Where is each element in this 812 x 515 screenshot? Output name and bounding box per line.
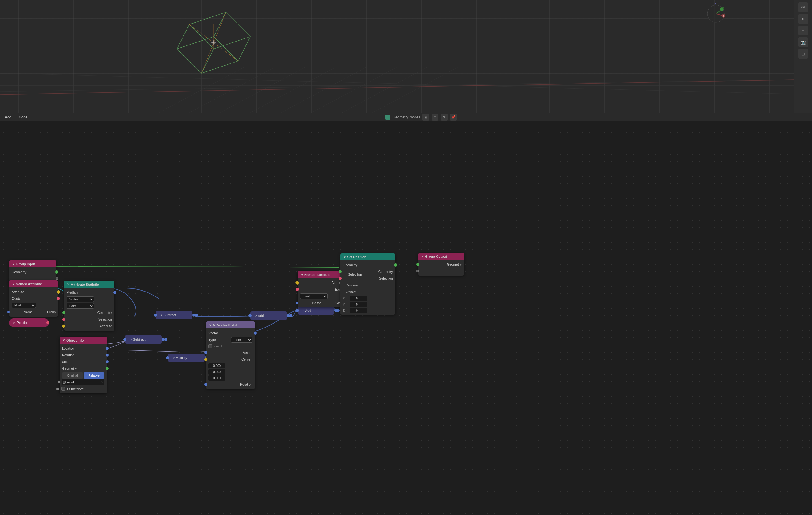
- collapse-icon-4[interactable]: ∨: [301, 273, 303, 277]
- exists-out-socket[interactable]: [57, 297, 60, 300]
- navigation-gizmo[interactable]: Y X Z Y X: [705, 3, 727, 24]
- position-node[interactable]: > Position: [9, 318, 49, 327]
- hook-tag: Hook ✕: [62, 379, 105, 385]
- svg-text:Z: Z: [715, 3, 716, 5]
- sp-z-input[interactable]: [350, 308, 367, 313]
- go-collapse[interactable]: ∨: [421, 254, 424, 258]
- 3d-viewport[interactable]: Y X Z Y X 👁 ✥ ↔ 📷 ⊞: [0, 0, 812, 113]
- location-out-socket[interactable]: [106, 347, 109, 350]
- grid-icon[interactable]: ⊞: [798, 49, 808, 59]
- rotation-out-socket[interactable]: [106, 353, 109, 356]
- vector-select[interactable]: Vector: [66, 296, 94, 302]
- scale-out-socket[interactable]: [106, 360, 109, 363]
- view-icon[interactable]: 👁: [798, 2, 808, 12]
- geo-row: Geometry: [60, 365, 107, 372]
- na2-name-row: Name Group: [298, 299, 346, 306]
- center-z-input[interactable]: [208, 375, 225, 381]
- geometry-in-socket[interactable]: [62, 311, 65, 314]
- sub1-out2-right[interactable]: [195, 314, 198, 317]
- rotation-in[interactable]: [204, 383, 207, 386]
- go-extra-socket[interactable]: [416, 270, 419, 272]
- sp-x-input[interactable]: [350, 296, 367, 301]
- sp-offset-label: Offset:: [340, 288, 395, 295]
- extra-out-socket[interactable]: [56, 278, 58, 280]
- toolbar-close-btn[interactable]: ✕: [441, 114, 447, 121]
- editor-title: Geometry Nodes: [393, 115, 420, 119]
- set-position-node: ∨ Set Position Geometry Geometry Selecti…: [340, 253, 395, 315]
- go-geo-in[interactable]: [416, 263, 419, 266]
- na2-name-socket[interactable]: [296, 302, 298, 304]
- vr-vec-in[interactable]: [204, 351, 207, 354]
- sub2-in-left[interactable]: [123, 338, 126, 341]
- svg-line-2: [0, 79, 812, 92]
- mul-in-left[interactable]: [166, 356, 169, 359]
- subtract-1-node: > Subtract: [156, 311, 192, 319]
- toolbar-snap-btn[interactable]: □: [432, 114, 438, 121]
- na2-exists-row: Exists: [298, 286, 346, 293]
- type-row: Type: Euler: [206, 336, 255, 343]
- invert-checkbox[interactable]: [208, 344, 212, 348]
- sp-geo-in[interactable]: [339, 270, 342, 273]
- point-select[interactable]: Point: [66, 303, 94, 309]
- relative-btn[interactable]: Relative: [84, 372, 105, 378]
- center-y-input[interactable]: [208, 369, 225, 375]
- na2-exists-in[interactable]: [296, 288, 299, 291]
- vr-collapse[interactable]: ∨: [209, 323, 211, 327]
- sp-y-input[interactable]: [350, 302, 367, 307]
- type-select[interactable]: Euler: [231, 337, 253, 343]
- attribute-in-socket[interactable]: [62, 324, 66, 328]
- name-socket[interactable]: [7, 311, 10, 313]
- na2-attr-in[interactable]: [295, 281, 299, 285]
- selection-in-socket[interactable]: [62, 317, 66, 321]
- node-menu[interactable]: Node: [17, 114, 29, 120]
- geo-out-socket[interactable]: [106, 367, 109, 370]
- toolbar-pin-btn[interactable]: 📌: [450, 114, 457, 121]
- named-attribute-2-body: Attribute Exists Float Name Group: [298, 278, 346, 307]
- median-out-socket[interactable]: [113, 291, 116, 294]
- set-position-header: ∨ Set Position: [340, 253, 395, 260]
- add-menu[interactable]: Add: [3, 114, 13, 120]
- add1-in-left[interactable]: [249, 314, 252, 317]
- sp-sel-in[interactable]: [339, 277, 342, 280]
- selection-label: Selection: [348, 273, 362, 276]
- named-attribute-1-body: Attribute Exists Float Name Group: [9, 287, 58, 317]
- sub2-out2-right[interactable]: [164, 338, 167, 341]
- group-output-node: ∨ Group Output Geometry: [418, 253, 464, 276]
- float-select[interactable]: Float: [11, 303, 36, 308]
- svg-line-3: [214, 67, 305, 113]
- collapse-icon-3[interactable]: ∨: [63, 338, 65, 342]
- cursor-icon[interactable]: ✥: [798, 14, 808, 24]
- attribute-statistic-node: ∨ Attribute Statistic Median Vector Poin…: [64, 281, 114, 331]
- svg-line-10: [153, 67, 244, 113]
- na2-float-select[interactable]: Float: [300, 293, 327, 299]
- camera-icon[interactable]: 📷: [798, 37, 808, 47]
- collapse-icon-2[interactable]: ∨: [67, 282, 69, 286]
- node-canvas[interactable]: ∨ Group Input Geometry ∨ Named Attribute: [0, 121, 812, 515]
- toolbar-overlay-btn[interactable]: ⊞: [423, 114, 429, 121]
- hook-close-btn[interactable]: ✕: [101, 381, 103, 384]
- collapse-icon-1[interactable]: ∨: [12, 282, 14, 286]
- position-out-socket[interactable]: [47, 321, 50, 324]
- add1-out2-right[interactable]: [289, 314, 292, 317]
- center-x-input[interactable]: [208, 363, 225, 369]
- vr-vector-out[interactable]: [254, 332, 257, 335]
- as-instance-socket[interactable]: [56, 388, 59, 390]
- sp-collapse[interactable]: ∨: [343, 255, 346, 259]
- move-icon[interactable]: ↔: [798, 26, 808, 35]
- as-instance-checkbox[interactable]: [61, 387, 65, 391]
- svg-marker-14: [177, 37, 238, 73]
- original-btn[interactable]: Original: [62, 372, 83, 378]
- svg-text:Y: Y: [721, 8, 723, 10]
- geometry-out-socket[interactable]: [55, 270, 58, 274]
- group-input-header: ∨ Group Input: [9, 260, 56, 267]
- sp-geometry-out[interactable]: [394, 263, 397, 266]
- named-attribute-1-header: ∨ Named Attribute: [9, 280, 58, 287]
- hook-socket[interactable]: [58, 381, 60, 383]
- attribute-out-socket[interactable]: [56, 290, 60, 294]
- na2-attribute-row: Attribute: [298, 279, 346, 286]
- collapse-icon[interactable]: ∨: [12, 262, 14, 266]
- add2-out2-right[interactable]: [337, 309, 340, 312]
- object-info-node: ∨ Object Info Location Rotation Scale Ge…: [60, 337, 107, 393]
- add2-in-left[interactable]: [296, 309, 299, 312]
- sub1-in-left[interactable]: [154, 314, 157, 317]
